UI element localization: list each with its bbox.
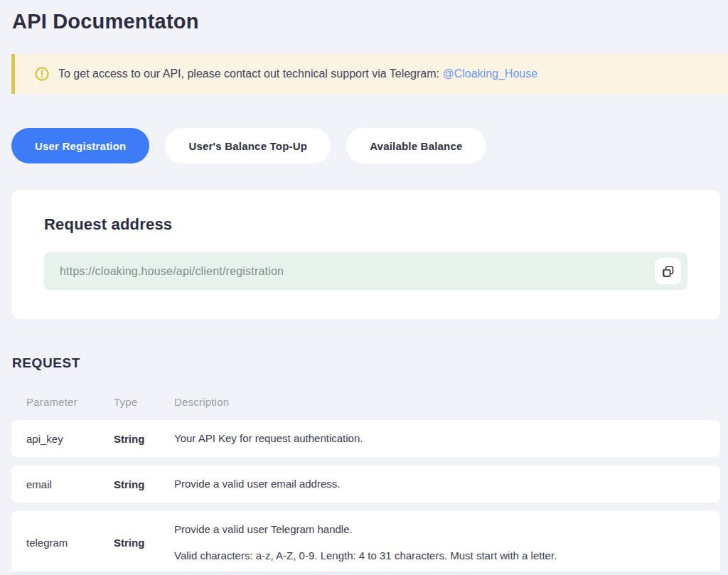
description-line: Provide a valid user email address. [174,478,340,490]
banner-message: To get access to our API, please contact… [58,68,439,80]
request-address-card: Request address https://cloaking.house/a… [11,190,720,319]
parameter-description: Your API Key for request authentication. [174,421,720,456]
request-section-heading: REQUEST [12,355,728,371]
table-row-telegram: telegram String Provide a valid user Tel… [11,511,720,574]
column-header-description: Description [174,396,720,408]
next-row-partial [11,571,720,575]
tab-balance-top-up[interactable]: User's Balance Top-Up [165,128,331,163]
tab-user-registration[interactable]: User Registration [11,128,149,163]
parameter-name: telegram [26,537,114,549]
table-header-row: Parameter Type Description [11,393,720,410]
request-address-heading: Request address [44,215,687,234]
copy-icon [662,265,675,278]
telegram-link[interactable]: @Cloaking_House [442,68,537,80]
parameter-description: Provide a valid user email address. [174,467,720,501]
request-url-field: https://cloaking.house/api/client/regist… [44,252,687,290]
parameter-description: Provide a valid user Telegram handle. Va… [174,512,720,574]
table-row-api-key: api_key String Your API Key for request … [11,420,720,457]
description-line: Provide a valid user Telegram handle. [174,522,706,537]
parameter-name: email [26,478,114,490]
description-line: Valid characters: a-z, A-Z, 0-9. Length:… [174,549,706,563]
request-url: https://cloaking.house/api/client/regist… [60,265,655,278]
parameter-name: api_key [26,433,114,445]
banner-text: To get access to our API, please contact… [58,68,537,80]
tab-bar: User Registration User's Balance Top-Up … [11,128,728,163]
page-title: API Documentaton [12,10,728,33]
copy-button[interactable] [655,258,681,284]
column-header-type: Type [114,396,174,408]
tab-available-balance[interactable]: Available Balance [346,128,486,163]
info-banner: To get access to our API, please contact… [11,54,728,94]
parameter-type: String [114,478,174,490]
parameter-type: String [114,537,174,549]
column-header-parameter: Parameter [26,396,114,408]
parameter-type: String [114,433,174,445]
alert-circle-icon [35,67,49,81]
table-row-email: email String Provide a valid user email … [11,466,720,503]
parameter-table: api_key String Your API Key for request … [0,420,728,574]
description-line: Your API Key for request authentication. [174,432,363,444]
